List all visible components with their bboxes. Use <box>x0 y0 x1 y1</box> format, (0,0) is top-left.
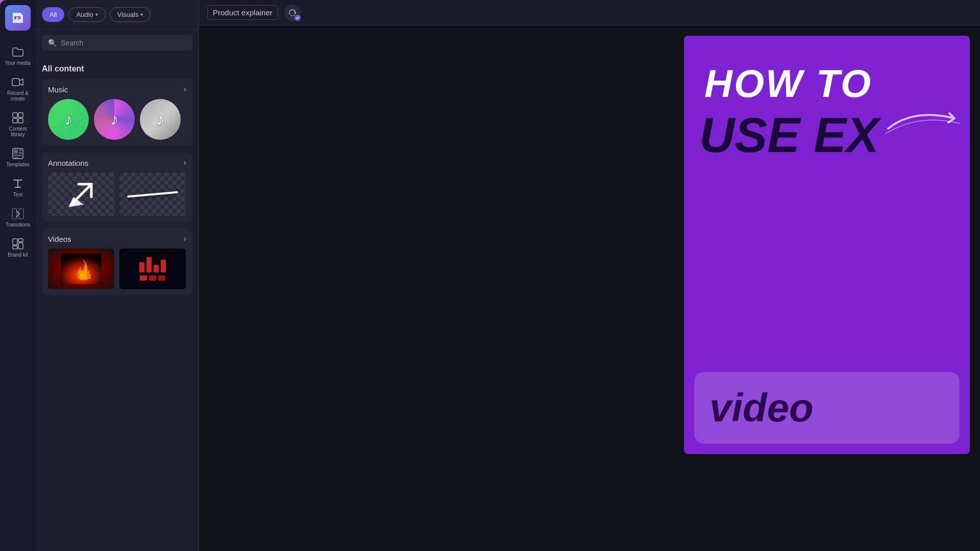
svg-rect-9 <box>19 152 22 154</box>
svg-rect-1 <box>12 79 19 86</box>
annotations-arrow-icon[interactable]: › <box>184 158 186 167</box>
sidebar-item-templates[interactable]: Templates <box>2 142 35 172</box>
svg-rect-14 <box>13 239 17 245</box>
check-icon <box>296 16 300 20</box>
video-icons-row <box>140 276 165 281</box>
search-input[interactable] <box>61 39 186 47</box>
sidebar-item-content-library[interactable]: Contentlibrary <box>2 107 35 142</box>
svg-rect-5 <box>18 118 23 123</box>
canvas-area: HOW TO USE EX video <box>199 26 980 551</box>
videos-grid <box>48 248 186 289</box>
music-section-header: Music › <box>48 85 186 94</box>
music-item-1[interactable]: ♪ <box>48 99 89 140</box>
svg-rect-8 <box>19 149 22 151</box>
annotation-line-item[interactable] <box>119 172 186 216</box>
sidebar-item-brand-kit[interactable]: Brand kit <box>2 233 35 263</box>
canvas-line1-container: HOW TO <box>684 36 970 111</box>
music-item-3[interactable]: ♪ <box>140 99 181 140</box>
canvas-line1: HOW TO <box>704 62 872 105</box>
sidebar-item-label: Transitions <box>6 222 31 228</box>
bar-4 <box>161 260 166 272</box>
videos-arrow-icon[interactable]: › <box>184 234 186 243</box>
sync-button[interactable] <box>284 5 301 21</box>
music-section: Music › ♪ ♪ ♪ <box>42 79 192 146</box>
app-logo[interactable] <box>5 5 31 31</box>
sidebar-item-label: Brand kit <box>8 252 28 258</box>
audio-chevron-icon: ▾ <box>95 12 98 17</box>
svg-rect-2 <box>13 113 17 117</box>
icon-1 <box>140 276 147 281</box>
icon-2 <box>149 276 156 281</box>
topbar: Product explainer <box>199 0 980 26</box>
sidebar: Your media Record &create <box>0 0 36 551</box>
sidebar-item-label: Record &create <box>7 90 29 102</box>
search-icon: 🔍 <box>48 39 57 47</box>
video-camera-icon <box>12 76 24 88</box>
sync-badge <box>295 15 301 21</box>
canvas-line3: video <box>709 385 814 430</box>
bar-3 <box>154 265 159 272</box>
icon-3 <box>158 276 165 281</box>
transitions-icon <box>12 208 24 220</box>
canvas-lower-card: video <box>694 372 960 444</box>
stats-video-content <box>119 253 186 285</box>
brand-icon <box>12 238 24 250</box>
annotations-title: Annotations <box>48 159 88 167</box>
search-box: 🔍 <box>42 35 192 51</box>
sidebar-item-label: Your media <box>5 60 31 66</box>
bar-2 <box>146 257 152 272</box>
video-item-1[interactable] <box>48 248 114 289</box>
grid-icon <box>12 112 24 124</box>
svg-rect-12 <box>12 209 17 219</box>
svg-rect-3 <box>18 113 23 117</box>
annotations-section-header: Annotations › <box>48 158 186 167</box>
videos-title: Videos <box>48 235 71 243</box>
svg-rect-4 <box>13 118 17 123</box>
music-title: Music <box>48 85 68 94</box>
filter-visuals-button[interactable]: Visuals ▾ <box>110 7 151 22</box>
sidebar-item-label: Contentlibrary <box>9 126 27 137</box>
swoosh-decoration <box>883 103 965 139</box>
main-area: Product explainer HOW TO <box>199 0 980 551</box>
fire-video-svg <box>61 254 102 284</box>
text-icon <box>12 178 24 190</box>
sidebar-item-label: Templates <box>6 162 30 167</box>
music-note-2: ♪ <box>110 110 118 129</box>
svg-rect-16 <box>18 243 23 249</box>
project-name[interactable]: Product explainer <box>207 5 278 20</box>
svg-rect-17 <box>13 246 17 249</box>
bar-1 <box>139 262 144 272</box>
content-scroll: All content Music › ♪ ♪ ♪ <box>36 56 199 551</box>
annotation-arrow-item[interactable] <box>48 172 114 216</box>
sidebar-item-your-media[interactable]: Your media <box>2 41 35 71</box>
annotations-section: Annotations › <box>42 152 192 222</box>
sidebar-item-transitions[interactable]: Transitions <box>2 203 35 233</box>
svg-rect-10 <box>14 155 22 156</box>
all-content-header: All content <box>42 64 192 73</box>
videos-section-header: Videos › <box>48 234 186 243</box>
filter-audio-button[interactable]: Audio ▾ <box>68 7 105 22</box>
canvas-preview: HOW TO USE EX video <box>684 36 970 454</box>
canvas-line2: USE EX <box>699 108 879 162</box>
annotation-grid <box>48 172 186 216</box>
arrow-annotation-svg <box>63 177 99 212</box>
canvas-decoration: USE EX <box>684 111 970 160</box>
music-note-1: ♪ <box>64 110 72 129</box>
svg-rect-11 <box>14 157 19 158</box>
visuals-chevron-icon: ▾ <box>140 12 143 17</box>
sidebar-item-label: Text <box>13 192 22 197</box>
content-panel: All Audio ▾ Visuals ▾ 🔍 All content <box>36 0 199 551</box>
svg-rect-7 <box>14 149 18 154</box>
sidebar-item-text[interactable]: Text <box>2 172 35 203</box>
music-grid: ♪ ♪ ♪ <box>48 99 186 140</box>
bar-chart <box>139 257 166 272</box>
filter-all-button[interactable]: All <box>42 7 64 22</box>
video-item-2[interactable] <box>119 248 186 289</box>
music-arrow-icon[interactable]: › <box>184 85 186 94</box>
canvas-bottom-section: video <box>684 362 970 454</box>
line-annotation <box>127 191 178 197</box>
sidebar-item-record-create[interactable]: Record &create <box>2 71 35 107</box>
music-item-2[interactable]: ♪ <box>94 99 135 140</box>
folder-icon <box>12 46 24 58</box>
filter-bar: All Audio ▾ Visuals ▾ <box>36 0 199 30</box>
